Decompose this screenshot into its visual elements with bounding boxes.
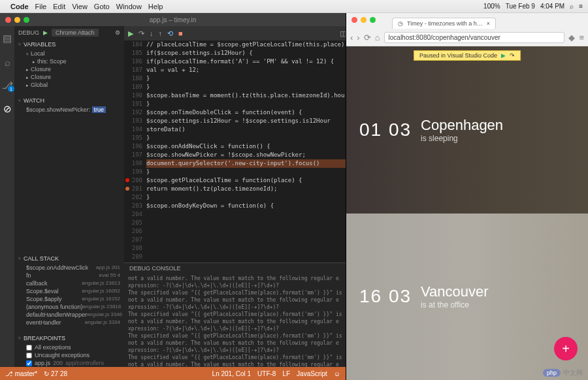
var-this[interactable]: ▸this: Scope — [14, 57, 124, 65]
debug-console-output[interactable]: not a valid number. The value must match… — [124, 274, 346, 367]
window-close-button[interactable] — [5, 17, 11, 23]
debug-config-select[interactable]: Chrome Attach — [52, 29, 99, 37]
add-city-button[interactable]: + — [554, 337, 578, 360]
section-breakpoints[interactable]: ▿BREAKPOINTS — [14, 333, 124, 343]
watch-expression[interactable]: $scope.showNewPicker: true — [14, 106, 124, 114]
chrome-minimize-button[interactable] — [361, 17, 367, 23]
menubar-date[interactable]: Tue Feb 9 — [506, 3, 535, 10]
code-line[interactable]: $scope.getPlaceLocalTime = function(plac… — [146, 176, 346, 185]
forward-button[interactable]: › — [357, 33, 359, 42]
scope-global[interactable]: ▸Global — [14, 81, 124, 89]
window-minimize-button[interactable] — [14, 17, 20, 23]
step-icon[interactable]: ↷ — [510, 52, 515, 59]
code-line[interactable]: } — [146, 134, 346, 142]
debug-icon[interactable]: ⊘ — [0, 102, 14, 116]
bp-uncaught-exceptions[interactable]: Uncaught exceptions — [14, 351, 124, 359]
bp-file-checkbox[interactable] — [26, 360, 32, 366]
menu-view[interactable]: View — [72, 3, 88, 10]
bp-all-exceptions[interactable]: All exceptions — [14, 343, 124, 351]
section-watch[interactable]: ▿WATCH — [14, 95, 124, 106]
notifications-icon[interactable]: ≡ — [579, 3, 583, 10]
home-button[interactable]: ⌂ — [375, 33, 380, 42]
code-line[interactable]: } — [146, 168, 346, 176]
explorer-icon[interactable]: ▤ — [0, 31, 14, 46]
extension-icon[interactable]: ◆ — [568, 33, 575, 42]
tab-close-icon[interactable]: × — [487, 20, 490, 27]
code-line[interactable]: } — [146, 83, 346, 91]
menu-edit[interactable]: Edit — [53, 3, 65, 10]
spotlight-icon[interactable]: ⌕ — [570, 3, 574, 10]
code-line[interactable]: } — [146, 193, 346, 202]
code-line[interactable]: return moment().tz(place.timezoneId); — [146, 185, 346, 193]
callstack-frame[interactable]: (anonymous function)angular.js 23818 — [14, 303, 124, 311]
code-line[interactable]: // placeLocalTime = $scope.getPlaceLocal… — [146, 40, 346, 49]
code-line[interactable]: if($scope.settings.is12Hour) { — [146, 49, 346, 57]
split-editor-icon[interactable]: ◫ — [340, 29, 346, 38]
scope-local[interactable]: ▿Local — [14, 50, 124, 57]
code-line[interactable]: storeData() — [146, 125, 346, 134]
menu-goto[interactable]: Goto — [94, 3, 110, 10]
scope-closure-1[interactable]: ▸Closure — [14, 65, 124, 73]
git-icon[interactable]: ⎇1 — [0, 78, 14, 93]
menu-icon[interactable]: ≡ — [579, 33, 584, 42]
cursor-position[interactable]: Ln 201, Col 1 — [212, 370, 252, 377]
bp-uncaught-checkbox[interactable] — [26, 353, 32, 358]
section-variables[interactable]: ▿VARIABLES — [14, 39, 124, 50]
play-icon[interactable]: ▶ — [43, 29, 48, 36]
bp-all-exceptions-checkbox[interactable] — [26, 345, 32, 351]
restart-button[interactable]: ⟲ — [167, 29, 173, 38]
callstack-frame[interactable]: callbackangular.js 23813 — [14, 279, 124, 287]
menubar-time[interactable]: 4:04 PM — [540, 3, 564, 10]
step-over-button[interactable]: ↷ — [139, 29, 144, 38]
code-line[interactable]: $scope.onBodyKeyDown = function(e) { — [146, 202, 346, 210]
callstack-frame[interactable]: fneval 55 4 — [14, 272, 124, 279]
code-line[interactable]: $scope.baseTime = moment().tz(this.place… — [146, 91, 346, 100]
callstack-frame[interactable]: $scope.onAddNewClickapp.js 201 — [14, 264, 124, 272]
browser-tab[interactable]: ◷ Timey - timezones with a h… × — [392, 18, 496, 29]
callstack-frame[interactable]: eventHandlerangular.js 3334 — [14, 319, 124, 326]
git-branch[interactable]: ⎇ master* — [5, 370, 37, 377]
encoding[interactable]: UTF-8 — [257, 370, 276, 377]
code-line[interactable]: if(placeLocalTime.format('A') == 'PM' &&… — [146, 57, 346, 66]
code-line[interactable]: $scope.settings.is12Hour = !$scope.setti… — [146, 117, 346, 125]
step-into-button[interactable]: ↓ — [150, 29, 154, 37]
code-line[interactable]: val = val + 12; — [146, 66, 346, 74]
code-line[interactable]: document.querySelector('.new-city-input'… — [146, 159, 346, 168]
language-mode[interactable]: JavaScript — [297, 370, 327, 377]
eol[interactable]: LF — [282, 370, 290, 377]
window-maximize-button[interactable] — [24, 17, 29, 23]
reload-button[interactable]: ⟳ — [364, 33, 371, 42]
code-editor[interactable]: 1841851861871881891901911921931941951961… — [124, 40, 346, 262]
chrome-maximize-button[interactable] — [370, 17, 376, 23]
callstack-frame[interactable]: Scope.$evalangular.js 16052 — [14, 287, 124, 295]
city-panel-vancouver[interactable]: 16 03 Vancouver is at the office — [346, 214, 588, 381]
callstack-frame[interactable]: Scope.$applyangular.js 16152 — [14, 295, 124, 303]
continue-button[interactable]: ▶ — [128, 29, 133, 38]
back-button[interactable]: ‹ — [350, 33, 353, 42]
menubar-app-name[interactable]: Code — [10, 3, 29, 10]
resume-icon[interactable]: ▶ — [501, 52, 506, 59]
step-out-button[interactable]: ↑ — [159, 29, 163, 37]
city-panel-copenhagen[interactable]: 01 03 Copenhagen is sleeping — [346, 46, 588, 214]
code-line[interactable]: } — [146, 74, 346, 83]
bp-file-entry[interactable]: app.js 200 app/controllers — [14, 359, 124, 367]
menu-window[interactable]: Window — [116, 3, 142, 10]
callstack-frame[interactable]: defaultHandlerWrapperangular.js 3346 — [14, 311, 124, 319]
scope-closure-2[interactable]: ▸Closure — [14, 73, 124, 81]
search-icon[interactable]: ⌕ — [0, 55, 14, 69]
code-line[interactable]: $scope.onTimeDoubleClick = function(even… — [146, 108, 346, 117]
address-bar[interactable]: localhost:8080/copenhagen/vancouver — [384, 32, 565, 43]
code-line[interactable]: $scope.showNewPicker = !$scope.showNewPi… — [146, 151, 346, 159]
menu-help[interactable]: Help — [148, 3, 163, 10]
editor-tab-title[interactable]: app.js – timey.in — [150, 16, 197, 24]
code-line[interactable]: } — [146, 100, 346, 108]
battery-icon[interactable]: 100% — [483, 3, 500, 10]
sync-status[interactable]: ↻ 27 28 — [44, 370, 67, 377]
section-callstack[interactable]: ▿CALL STACK — [14, 253, 124, 264]
feedback-icon[interactable]: ☺ — [334, 370, 340, 377]
code-line[interactable]: $scope.onAddNewClick = function() { — [146, 142, 346, 151]
menu-file[interactable]: File — [35, 3, 47, 10]
chrome-close-button[interactable] — [351, 17, 357, 23]
gear-icon[interactable]: ⚙ — [115, 29, 120, 36]
stop-button[interactable]: ■ — [178, 29, 183, 37]
